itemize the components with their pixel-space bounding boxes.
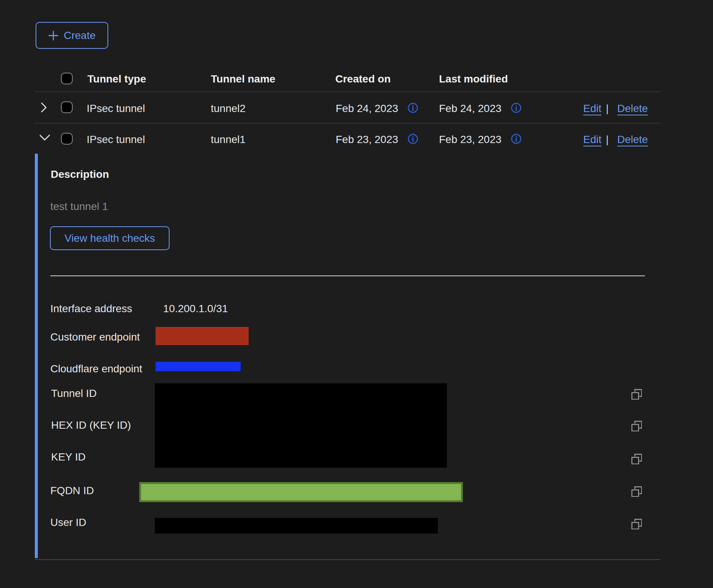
svg-text:i: i bbox=[515, 104, 517, 112]
svg-text:i: i bbox=[412, 135, 414, 143]
svg-text:i: i bbox=[412, 104, 414, 112]
svg-text:i: i bbox=[515, 135, 517, 143]
